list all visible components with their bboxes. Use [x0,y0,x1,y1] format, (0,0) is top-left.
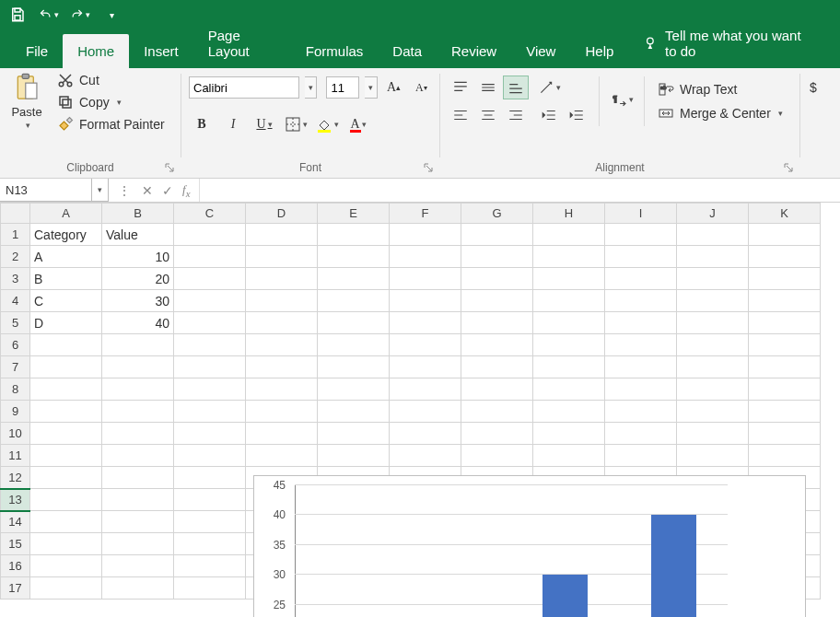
cell[interactable] [102,467,174,489]
row-header[interactable]: 12 [1,467,30,489]
row-header[interactable]: 1 [1,224,30,246]
customize-qat-icon[interactable]: ▾ [101,5,122,25]
merge-center-button[interactable]: Merge & Center▾ [654,103,787,123]
cell[interactable] [605,445,677,467]
cell[interactable] [605,312,677,334]
cell[interactable] [461,312,533,334]
cell[interactable]: Value [102,224,174,246]
row-header[interactable]: 14 [1,511,30,533]
cell[interactable] [605,268,677,290]
row-header[interactable]: 13 [1,489,30,511]
cell[interactable] [605,423,677,445]
cell[interactable] [533,334,605,356]
cell[interactable] [30,401,102,423]
cell[interactable] [533,290,605,312]
redo-icon[interactable]: ▾ [70,5,90,25]
cell[interactable] [390,334,461,356]
cell[interactable]: 30 [102,290,174,312]
cell[interactable] [174,378,246,401]
cell[interactable] [318,378,390,401]
format-painter-button[interactable]: Format Painter [57,116,165,133]
align-center-icon[interactable] [475,103,501,127]
borders-button[interactable]: ▾ [283,112,309,136]
cell[interactable] [677,356,749,378]
cell[interactable] [390,445,461,467]
cell[interactable]: B [30,268,102,290]
cell[interactable] [461,378,533,401]
column-header[interactable]: H [533,204,605,224]
cell[interactable] [102,356,174,378]
row-header[interactable]: 10 [1,423,30,445]
cell[interactable] [605,401,677,423]
align-left-icon[interactable] [448,103,473,127]
tab-insert[interactable]: Insert [129,34,193,68]
cell[interactable] [677,290,749,312]
cell[interactable]: A [30,246,102,268]
row-header[interactable]: 5 [1,312,30,334]
cell[interactable] [390,268,461,290]
cell[interactable] [102,555,174,577]
cell[interactable] [605,246,677,268]
cut-button[interactable]: Cut [57,72,165,88]
worksheet[interactable]: ABCDEFGHIJK1CategoryValue2A103B204C305D4… [0,203,840,600]
cell[interactable] [677,334,749,356]
cell[interactable] [174,489,246,511]
cell[interactable] [174,401,246,423]
cell[interactable] [246,423,318,445]
row-header[interactable]: 7 [1,356,30,378]
font-size-dropdown[interactable]: ▾ [365,76,377,99]
cell[interactable] [30,334,102,356]
font-name-input[interactable] [189,76,299,99]
tab-home[interactable]: Home [63,34,129,68]
cell[interactable] [318,334,390,356]
column-header[interactable]: G [461,204,533,224]
cell[interactable] [246,401,318,423]
column-header[interactable]: E [318,204,390,224]
cell[interactable] [749,334,821,356]
cell[interactable] [533,423,605,445]
cell[interactable] [749,423,821,445]
cell[interactable] [246,268,318,290]
row-header[interactable]: 11 [1,445,30,467]
cell[interactable] [533,378,605,401]
cell[interactable] [461,224,533,246]
column-header[interactable]: B [102,204,174,224]
enter-formula-icon[interactable]: ✓ [162,183,173,198]
cell[interactable] [749,290,821,312]
cell[interactable] [246,290,318,312]
align-top-icon[interactable] [448,76,473,99]
paste-button[interactable]: Paste ▾ [7,72,46,130]
cell[interactable] [102,533,174,555]
cell[interactable] [318,445,390,467]
cell[interactable] [749,246,821,268]
bold-button[interactable]: B [189,112,215,136]
cell[interactable] [102,577,174,600]
align-middle-icon[interactable] [475,76,501,99]
cell[interactable] [246,224,318,246]
row-header[interactable]: 17 [1,577,30,600]
row-header[interactable]: 9 [1,401,30,423]
column-header[interactable]: F [390,204,461,224]
row-header[interactable]: 8 [1,378,30,401]
cell[interactable] [461,401,533,423]
clipboard-launcher-icon[interactable] [164,161,177,174]
cell[interactable] [318,356,390,378]
cell[interactable] [390,401,461,423]
cell[interactable] [677,224,749,246]
cell[interactable] [102,334,174,356]
cell[interactable] [318,423,390,445]
alignment-launcher-icon[interactable] [783,161,796,174]
cell[interactable] [174,577,246,600]
cancel-formula-icon[interactable]: ✕ [142,183,153,198]
cell[interactable] [30,577,102,600]
underline-button[interactable]: U▾ [251,112,277,136]
formula-input[interactable] [200,179,840,202]
number-format-partial[interactable]: $ [808,76,819,99]
cell[interactable]: D [30,312,102,334]
cell[interactable] [461,268,533,290]
cell[interactable] [174,268,246,290]
formula-dots-icon[interactable]: ⋮ [118,183,133,198]
cell[interactable] [533,401,605,423]
column-header[interactable]: A [30,204,102,224]
cell[interactable] [174,290,246,312]
